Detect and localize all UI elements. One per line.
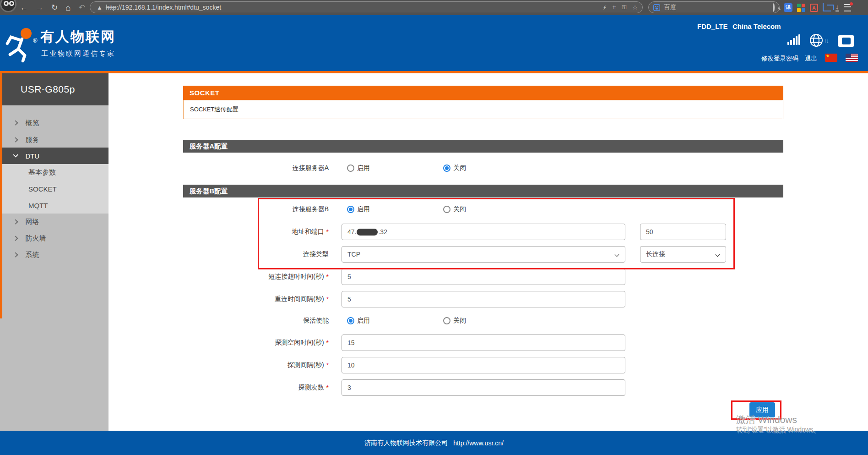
brand-title: 有人物联网: [40, 27, 116, 46]
page-footer: 济南有人物联网技术有限公司 http://www.usr.cn/: [0, 431, 868, 455]
radio-label-enable[interactable]: 启用: [357, 201, 370, 218]
device-name: USR-G805p: [0, 73, 108, 105]
baidu-search-box[interactable]: 百度: [648, 1, 780, 13]
windows-activation-watermark-line2: 转到“设置”以激活 Windows。: [736, 426, 819, 434]
chevron-down-icon: [13, 152, 18, 158]
password-key-icon[interactable]: ⚿: [622, 4, 626, 11]
row-connect-server-a: 连接服务器A 启用 关闭: [183, 159, 783, 177]
flash-icon[interactable]: ⚡: [602, 4, 607, 11]
app-header: ® 有人物联网 工业物联网通信专家 FDD_LTE China Telecom …: [0, 15, 868, 71]
page-description: SOCKET透传配置: [183, 100, 783, 119]
radio-label-enable[interactable]: 启用: [357, 159, 370, 177]
orange-left-strip: [0, 73, 2, 318]
sidebar-item-socket[interactable]: SOCKET: [0, 181, 108, 197]
address-bar[interactable]: ▲ http://192.168.1.1/index.html#dtu_sock…: [90, 1, 643, 13]
sidebar-item-network[interactable]: 网络: [0, 214, 108, 230]
section-server-b: 服务器B配置: [183, 185, 783, 197]
probe-count-input[interactable]: 3: [342, 379, 625, 396]
baidu-paw-icon: [653, 4, 660, 11]
probe-idle-input[interactable]: 15: [342, 334, 625, 351]
connection-type-select[interactable]: TCP: [342, 246, 625, 263]
field-label: 探测次数*: [183, 379, 329, 396]
reconnect-interval-input[interactable]: 5: [342, 291, 625, 307]
radio-server-a-enable[interactable]: [347, 164, 354, 172]
keep-mode-select[interactable]: 长连接: [640, 246, 726, 263]
chevron-right-icon: [13, 236, 18, 241]
row-probe-idle: 探测空闲时间(秒)* 15: [183, 334, 783, 351]
footer-site-link[interactable]: http://www.usr.cn/: [453, 439, 504, 447]
sidebar-item-mqtt[interactable]: MQTT: [0, 197, 108, 214]
sidebar-item-dtu[interactable]: DTU: [0, 148, 108, 164]
network-type: FDD_LTE: [697, 22, 727, 30]
chevron-right-icon: [13, 252, 18, 258]
radio-server-b-disable[interactable]: [443, 206, 450, 213]
radio-label-disable[interactable]: 关闭: [453, 201, 466, 218]
orange-divider: [0, 71, 868, 73]
section-server-a: 服务器A配置: [183, 140, 783, 153]
search-placeholder: 百度: [664, 3, 676, 11]
change-password-link[interactable]: 修改登录密码: [761, 55, 798, 63]
undo-icon[interactable]: ↶: [79, 3, 85, 12]
footer-company: 济南有人物联网技术有限公司: [364, 439, 448, 447]
url-text: ://192.168.1.1/index.html#dtu_socket: [116, 4, 221, 11]
field-label: 地址和端口*: [183, 223, 329, 241]
field-label: 保活使能: [183, 312, 329, 329]
sidebar-item-firewall[interactable]: 防火墙: [0, 230, 108, 247]
radio-label-disable[interactable]: 关闭: [453, 159, 466, 177]
chevron-down-icon: [615, 252, 619, 257]
field-label: 短连接超时时间(秒)*: [183, 268, 329, 285]
field-label: 连接类型: [183, 246, 329, 263]
reader-mode-icon[interactable]: ⌗: [613, 4, 616, 11]
address-input[interactable]: 47..32: [342, 224, 625, 240]
registered-mark: ®: [33, 37, 38, 44]
row-probe-interval: 探测间隔(秒)* 10: [183, 356, 783, 374]
radio-keepalive-enable[interactable]: [347, 317, 354, 324]
radio-label-enable[interactable]: 启用: [357, 312, 370, 329]
sidebar-item-basic-params[interactable]: 基本参数: [0, 164, 108, 181]
insecure-warning-icon[interactable]: ▲: [97, 4, 103, 11]
radio-server-b-enable[interactable]: [347, 206, 354, 213]
translate-extension-icon[interactable]: 译: [784, 3, 792, 12]
search-icon[interactable]: [773, 3, 775, 12]
screenshot-crop-icon[interactable]: [823, 3, 831, 11]
sim-card-icon: [838, 35, 854, 47]
row-connection-type: 连接类型 TCP 长连接: [183, 246, 783, 263]
windows-activation-watermark: 激活 Windows: [736, 413, 797, 426]
sidebar-item-overview[interactable]: 概览: [0, 115, 108, 131]
sidebar-item-system[interactable]: 系统: [0, 247, 108, 263]
row-keepalive: 保活使能 启用 关闭: [183, 312, 783, 329]
short-timeout-input[interactable]: 5: [342, 269, 625, 285]
logout-link[interactable]: 退出: [805, 55, 817, 63]
field-label: 连接服务器A: [183, 159, 329, 177]
field-label: 连接服务器B: [183, 201, 329, 218]
carrier-name: China Telecom: [732, 22, 781, 30]
browser-toolbar: ← → ↻ ⌂ ↶ ☆ ▲ http://192.168.1.1/index.h…: [0, 0, 868, 15]
back-icon[interactable]: ←: [20, 3, 28, 12]
favorite-star-icon[interactable]: ☆: [632, 4, 638, 11]
brand-subtitle: 工业物联网通信专家: [41, 49, 115, 58]
home-icon[interactable]: ⌂: [65, 3, 71, 13]
download-icon[interactable]: ↓: [835, 4, 839, 11]
row-address-port: 地址和端口* 47..32 50: [183, 223, 783, 241]
browser-menu-icon[interactable]: [844, 4, 851, 11]
sidebar-item-services[interactable]: 服务: [0, 132, 108, 148]
chinese-language-flag[interactable]: ★: [825, 54, 837, 62]
pdf-extension-icon[interactable]: A: [810, 4, 818, 12]
port-input[interactable]: 50: [640, 224, 726, 240]
probe-interval-input[interactable]: 10: [342, 357, 625, 373]
extensions-grid-icon[interactable]: [797, 4, 805, 12]
chevron-down-icon: [716, 252, 720, 257]
english-language-flag[interactable]: [846, 54, 858, 62]
network-globe-icon: [809, 33, 823, 47]
redaction-mask: [357, 229, 378, 236]
browser-profile-icon[interactable]: [0, 0, 16, 12]
reload-icon[interactable]: ↻: [51, 3, 58, 12]
field-label: 探测间隔(秒)*: [183, 356, 329, 374]
forward-icon[interactable]: →: [36, 3, 43, 12]
row-probe-count: 探测次数* 3: [183, 379, 783, 396]
data-transfer-arrows-icon: ↑↓: [824, 37, 828, 44]
radio-keepalive-disable[interactable]: [443, 317, 450, 324]
row-short-timeout: 短连接超时时间(秒)* 5: [183, 268, 783, 285]
radio-server-a-disable[interactable]: [443, 164, 450, 172]
radio-label-disable[interactable]: 关闭: [453, 312, 466, 329]
